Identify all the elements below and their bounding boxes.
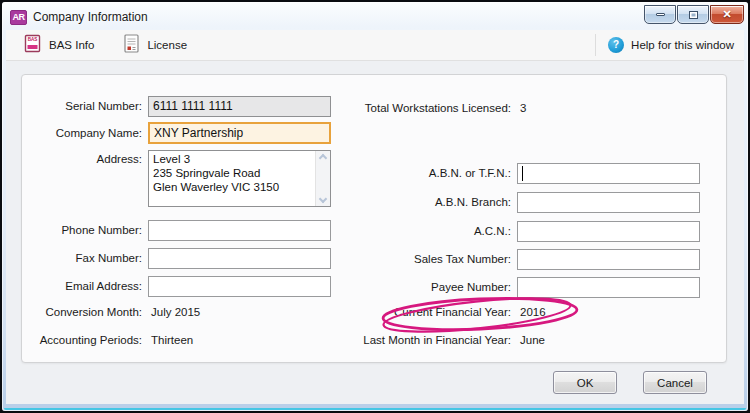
dialog-body: BAS BAS Info (6, 30, 744, 404)
text-cursor (522, 166, 523, 181)
financial-year-value: 2016 (517, 306, 546, 318)
acn-label: A.C.N.: (259, 225, 511, 237)
abn-row: A.B.N. or T.F.N.: (259, 161, 700, 185)
abn-field[interactable] (517, 163, 700, 184)
last-month-row: Last Month in Financial Year: June (259, 330, 545, 350)
sales-tax-row: Sales Tax Number: (259, 247, 700, 271)
accounting-periods-value: Thirteen (148, 334, 193, 346)
conversion-month-label: Conversion Month: (22, 306, 142, 318)
window-controls: ✕ (644, 5, 744, 24)
minimize-button[interactable] (644, 5, 676, 24)
bas-info-button[interactable]: BAS BAS Info (16, 31, 102, 60)
acn-row: A.C.N.: (259, 219, 700, 243)
maximize-icon (689, 11, 698, 19)
conversion-month-row: Conversion Month: July 2015 (22, 302, 200, 322)
abn-branch-row: A.B.N. Branch: (259, 190, 700, 214)
cancel-button[interactable]: Cancel (643, 371, 707, 394)
workstations-label: Total Workstations Licensed: (259, 102, 511, 114)
app-logo-icon: AR (10, 10, 27, 25)
acn-field[interactable] (517, 221, 700, 242)
company-information-window: AR Company Information ✕ BAS BAS (0, 0, 750, 413)
bas-info-label: BAS Info (49, 39, 94, 51)
license-label: License (147, 39, 187, 51)
financial-year-row: Current Financial Year: 2016 (259, 302, 546, 322)
payee-row: Payee Number: (259, 275, 700, 299)
serial-number-label: Serial Number: (22, 100, 142, 112)
fax-label: Fax Number: (22, 252, 142, 264)
company-name-row: Company Name: (22, 121, 331, 145)
email-label: Email Address: (22, 280, 142, 292)
ok-button[interactable]: OK (553, 371, 617, 394)
payee-label: Payee Number: (259, 281, 511, 293)
close-icon: ✕ (722, 9, 731, 20)
company-name-field[interactable] (148, 122, 331, 144)
workstations-row: Total Workstations Licensed: 3 (259, 96, 526, 120)
frame-accent-line (4, 408, 746, 410)
license-button[interactable]: License (116, 31, 195, 60)
bas-info-icon: BAS (24, 34, 41, 57)
abn-branch-field[interactable] (517, 192, 700, 213)
accounting-periods-row: Accounting Periods: Thirteen (22, 330, 193, 350)
help-icon: ? (608, 37, 624, 53)
sales-tax-field[interactable] (517, 249, 700, 270)
maximize-button[interactable] (677, 5, 709, 24)
financial-year-label: Current Financial Year: (259, 306, 511, 318)
conversion-month-value: July 2015 (148, 306, 200, 318)
close-button[interactable]: ✕ (710, 5, 744, 24)
minimize-icon (656, 13, 665, 16)
sales-tax-label: Sales Tax Number: (259, 253, 511, 265)
phone-label: Phone Number: (22, 224, 142, 236)
company-info-panel: Serial Number: Company Name: Address: Le… (21, 74, 727, 363)
help-label: Help for this window (631, 39, 734, 51)
toolbar: BAS BAS Info (6, 30, 744, 61)
abn-branch-label: A.B.N. Branch: (259, 196, 511, 208)
company-name-label: Company Name: (22, 127, 142, 139)
titlebar[interactable]: AR Company Information (10, 6, 630, 28)
workstations-value: 3 (517, 102, 526, 114)
last-month-label: Last Month in Financial Year: (259, 334, 511, 346)
payee-field[interactable] (517, 277, 700, 298)
accounting-periods-label: Accounting Periods: (22, 334, 142, 346)
abn-label: A.B.N. or T.F.N.: (259, 167, 511, 179)
license-icon (124, 34, 139, 57)
last-month-value: June (517, 334, 545, 346)
address-label: Address: (22, 150, 142, 165)
help-link[interactable]: ? Help for this window (595, 34, 734, 56)
window-title: Company Information (33, 10, 148, 24)
svg-text:BAS: BAS (28, 37, 38, 42)
